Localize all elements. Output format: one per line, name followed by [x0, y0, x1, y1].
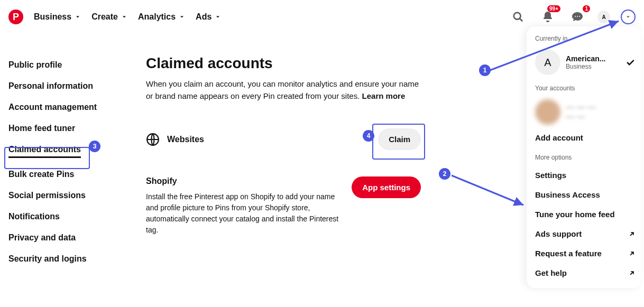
panel-currently-in: Currently in	[535, 35, 636, 42]
panel-more-options: More options	[535, 154, 636, 161]
menu-ads-support[interactable]: Ads support	[535, 224, 636, 244]
chevron-down-icon	[215, 14, 221, 20]
menu-request-feature[interactable]: Request a feature	[535, 244, 636, 263]
account-panel: Currently in A American... Business Your…	[527, 26, 641, 288]
sidebar-item-privacy[interactable]: Privacy and data	[8, 233, 146, 243]
sidebar-item-claimed-accounts[interactable]: Claimed accounts	[8, 145, 81, 158]
nav-ads[interactable]: Ads	[196, 12, 221, 22]
learn-more-link[interactable]: Learn more	[362, 91, 406, 100]
check-icon	[625, 57, 636, 68]
menu-get-help[interactable]: Get help	[535, 263, 636, 283]
chevron-down-icon	[121, 14, 127, 20]
callout-1: 1	[479, 64, 491, 76]
notif-badge: 99+	[547, 5, 560, 12]
chevron-down-icon	[179, 14, 185, 20]
external-link-icon	[628, 250, 636, 257]
sidebar-item-social-perms[interactable]: Social permissions	[8, 191, 146, 200]
account-dropdown-toggle[interactable]	[621, 10, 636, 24]
nav-create[interactable]: Create	[91, 12, 127, 22]
globe-icon	[146, 133, 160, 146]
msg-badge: 1	[583, 5, 590, 12]
add-account[interactable]: Add account	[535, 128, 636, 147]
avatar	[535, 99, 560, 125]
svg-point-3	[577, 16, 578, 17]
main-content: Claimed accounts When you claim an accou…	[146, 34, 421, 264]
callout-2: 2	[439, 168, 450, 180]
svg-line-1	[520, 18, 523, 22]
nav-analytics[interactable]: Analytics	[138, 12, 185, 22]
acct-name: American...	[566, 54, 605, 63]
external-link-icon	[628, 269, 636, 277]
sidebar-item-personal-info[interactable]: Personal information	[8, 81, 146, 91]
acct-name-blurred: — — —— —	[566, 103, 596, 122]
websites-row: Websites Claim	[146, 128, 421, 150]
avatar: A	[535, 50, 560, 75]
messages-icon[interactable]: 1	[568, 7, 587, 26]
page-description: When you claim an account, you can monit…	[146, 78, 421, 102]
svg-point-0	[514, 13, 521, 20]
nav-business[interactable]: Business	[34, 12, 81, 22]
external-link-icon	[628, 230, 636, 238]
websites-label: Websites	[167, 135, 371, 144]
shopify-title: Shopify	[146, 176, 341, 186]
notifications-icon[interactable]: 99+	[538, 7, 557, 26]
sidebar-item-notifications[interactable]: Notifications	[8, 212, 146, 221]
chevron-down-icon	[625, 14, 631, 20]
acct-type: Business	[566, 63, 605, 70]
avatar[interactable]: A	[597, 11, 610, 23]
svg-point-2	[575, 16, 576, 17]
menu-settings[interactable]: Settings	[535, 165, 636, 185]
search-icon[interactable]	[509, 7, 528, 26]
callout-4: 4	[363, 130, 374, 142]
pinterest-logo-icon[interactable]: P	[8, 10, 23, 24]
sidebar-item-account-mgmt[interactable]: Account management	[8, 103, 146, 112]
current-account[interactable]: A American... Business	[535, 46, 636, 78]
settings-sidebar: Public profile Personal information Acco…	[8, 34, 146, 264]
menu-tune-feed[interactable]: Tune your home feed	[535, 204, 636, 224]
callout-3: 3	[89, 141, 100, 152]
svg-point-4	[579, 16, 580, 17]
sidebar-item-bulk-pins[interactable]: Bulk create Pins	[8, 170, 146, 179]
shopify-desc: Install the free Pinterest app on Shopif…	[146, 191, 341, 236]
sidebar-item-security[interactable]: Security and logins	[8, 254, 146, 264]
claim-button[interactable]: Claim	[378, 128, 421, 150]
app-settings-button[interactable]: App settings	[352, 176, 421, 198]
sidebar-item-public-profile[interactable]: Public profile	[8, 60, 146, 70]
panel-your-accounts: Your accounts	[535, 85, 636, 92]
other-account[interactable]: — — —— —	[535, 96, 636, 128]
chevron-down-icon	[75, 14, 81, 20]
menu-business-access[interactable]: Business Access	[535, 185, 636, 204]
page-title: Claimed accounts	[146, 55, 421, 72]
sidebar-item-home-feed[interactable]: Home feed tuner	[8, 124, 146, 133]
